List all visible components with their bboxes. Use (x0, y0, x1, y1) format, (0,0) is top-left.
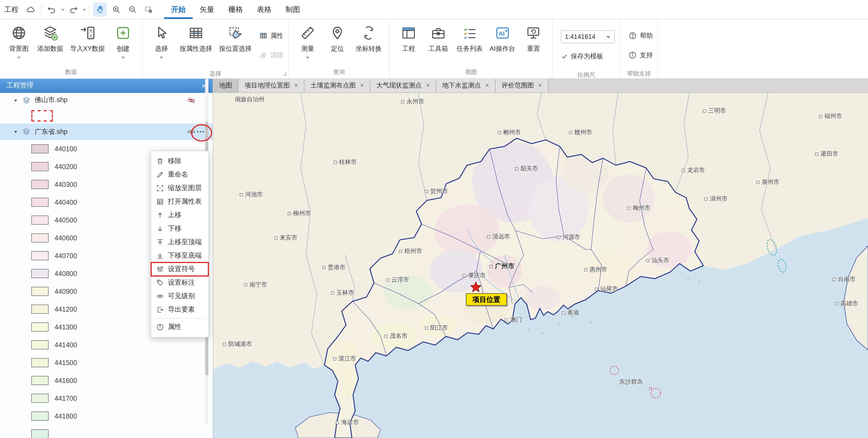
layer-symbol-red-dashed-rect[interactable] (31, 110, 53, 121)
menu-tab-raster[interactable]: 栅格 (221, 0, 250, 19)
menu-item-set-label[interactable]: 设置标注 (151, 276, 208, 290)
layer-row-441600[interactable]: 441600 (0, 372, 213, 389)
menu-tab-home[interactable]: 开始 (164, 0, 193, 19)
pan-tool-button[interactable] (93, 2, 107, 17)
map-city-label: 侗族自治州 (235, 95, 265, 104)
layer-row-441500[interactable]: 441500 (0, 354, 213, 372)
import-xy-icon: XY (79, 25, 96, 41)
save-template-button[interactable]: 保存为模板 (561, 51, 615, 62)
redo-dropdown-icon[interactable] (82, 7, 87, 12)
map-tab-groundwater-monitoring[interactable]: 地下水监测点× (436, 78, 496, 92)
layer-code: 440300 (55, 181, 77, 188)
select-by-location-label: 按位置选择 (219, 44, 252, 54)
close-tab-icon[interactable]: × (294, 82, 298, 89)
city-marker-icon (584, 268, 587, 271)
help-button[interactable]: 帮助 (629, 30, 653, 41)
project-panel-button[interactable]: 工程 (395, 24, 423, 55)
map-city-label: 汕尾市 (595, 285, 618, 293)
locate-button[interactable]: 定位 (323, 24, 351, 55)
map-tab-air-monitoring[interactable]: 大气现状监测点× (370, 78, 436, 92)
layer-row-441700[interactable]: 441700 (0, 389, 213, 407)
clear-selection-label: 清除 (271, 51, 283, 60)
menu-item-properties[interactable]: 属性 (151, 320, 208, 334)
layer-group-guangdong[interactable]: 广东省.shp (0, 124, 213, 140)
scale-select[interactable]: 1:4141614 (561, 30, 615, 43)
add-data-button[interactable]: 添加数据 (35, 24, 66, 55)
eye-off-icon[interactable] (187, 96, 196, 105)
project-location-label: 项目位置 (466, 293, 507, 306)
task-list-button[interactable]: 任务列表 (454, 24, 485, 55)
cloud-icon[interactable] (26, 5, 36, 14)
layer-swatch (31, 429, 49, 438)
layer-row-441400[interactable]: 441400 (0, 336, 213, 354)
eye-icon (156, 292, 164, 300)
project-menu-button[interactable]: 工程 (0, 0, 23, 19)
menu-item-rename[interactable]: 重命名 (151, 168, 208, 181)
map-city-label: 河池市 (240, 191, 263, 199)
info-icon (156, 323, 164, 331)
layer-code: 440200 (55, 163, 77, 170)
measure-button[interactable]: 测量 (293, 24, 322, 61)
menu-item-label: 打开属性表 (168, 197, 202, 206)
close-tab-icon[interactable]: × (538, 82, 542, 89)
dialog-launcher-icon[interactable] (283, 72, 286, 76)
support-button[interactable]: 支持 (629, 50, 653, 60)
city-marker-icon (819, 115, 822, 118)
map-city-label: 湛江市 (333, 355, 356, 363)
ai-console-button[interactable]: AIAI操作台 (487, 24, 518, 55)
menu-item-move-up[interactable]: 上移 (151, 208, 208, 222)
undo-dropdown-icon[interactable] (60, 7, 65, 12)
map-city-label: 玉林市 (331, 289, 354, 297)
check-icon (561, 53, 568, 60)
menu-tab-mapping[interactable]: 制图 (279, 0, 307, 19)
menu-item-export-features[interactable]: 导出要素 (151, 303, 208, 317)
close-tab-icon[interactable]: × (485, 82, 489, 89)
map-tab-map[interactable]: 地图 (213, 78, 239, 92)
map-tab-assessment-scope[interactable]: 评价范围图× (496, 78, 549, 92)
menu-item-move-to-top[interactable]: 上移至顶端 (151, 235, 208, 249)
select-by-location-button[interactable]: 按位置选择 (216, 24, 254, 55)
rectangle-select-button[interactable] (142, 2, 155, 17)
basemap-button[interactable]: 背景图 (5, 24, 33, 61)
ribbon-group-label-scale: 比例尺 (553, 70, 620, 79)
layer-group-foshan[interactable]: 佛山市.shp (0, 93, 213, 108)
layer-swatch (31, 198, 49, 207)
map-tab-soil-monitoring[interactable]: 土壤监测布点图× (305, 78, 370, 92)
zoom-in-button[interactable] (109, 2, 123, 17)
layer-row-441800[interactable]: 441800 (0, 407, 213, 425)
layer-code: 440500 (55, 216, 77, 224)
menu-item-open-attribute-table[interactable]: 打开属性表 (151, 195, 208, 208)
measure-label: 测量 (301, 44, 314, 54)
toolbox-button[interactable]: 工具箱 (424, 24, 452, 55)
menu-item-set-symbol[interactable]: 设置符号 (151, 262, 208, 276)
ribbon-group-label-query: 查询 (289, 67, 389, 78)
menu-item-move-to-bottom[interactable]: 下移至底端 (151, 249, 208, 262)
menu-tab-vector[interactable]: 矢量 (193, 0, 221, 19)
map-city-label: 惠州市 (584, 265, 607, 273)
city-marker-icon (557, 235, 560, 239)
redo-icon[interactable] (68, 5, 78, 14)
attributes-button[interactable]: 属性 (259, 30, 283, 41)
city-marker-icon (331, 291, 334, 294)
menu-item-remove[interactable]: 移除 (151, 154, 208, 168)
menu-item-zoom-to-layer[interactable]: 缩放至图层 (151, 181, 208, 195)
menu-item-move-down[interactable]: 下移 (151, 222, 208, 235)
chev-icon (159, 55, 164, 60)
close-tab-icon[interactable]: × (426, 82, 430, 89)
reset-icon (526, 25, 542, 41)
undo-icon[interactable] (47, 5, 57, 14)
close-tab-icon[interactable]: × (360, 82, 364, 89)
menu-tab-table[interactable]: 表格 (250, 0, 279, 19)
menu-item-visibility-level[interactable]: 可见级别 (151, 290, 208, 303)
map-canvas[interactable]: 侗族自治州永州市郴州市赣州市三明市福州市莆田市桂林市韶关市龙岩市泉州市河池市贺州… (213, 93, 868, 438)
create-button[interactable]: 创建 (109, 24, 137, 61)
import-xy-button[interactable]: XY导入XY数据 (67, 24, 107, 55)
city-marker-icon (569, 131, 572, 134)
clear-selection-button[interactable]: 清除 (259, 50, 283, 60)
zoom-out-button[interactable] (125, 2, 139, 17)
reset-view-button[interactable]: 重置 (520, 24, 548, 55)
select-by-attribute-button[interactable]: 按属性选择 (177, 24, 215, 55)
map-tab-project-location[interactable]: 项目地理位置图× (239, 78, 305, 92)
coordinate-convert-button[interactable]: 坐标转换 (353, 24, 384, 55)
select-button[interactable]: 选择 (147, 24, 176, 61)
